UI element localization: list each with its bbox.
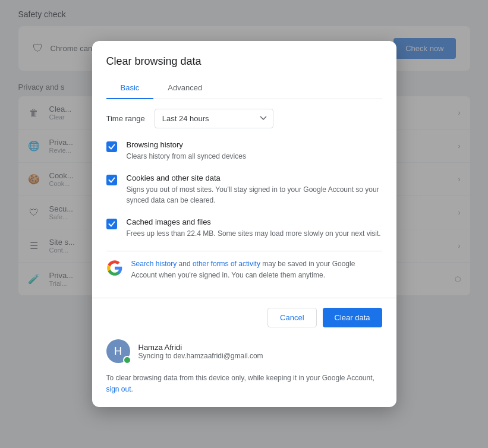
user-email: Syncing to dev.hamzaafridi@gmail.com xyxy=(138,352,263,360)
dialog-footer: Cancel Clear data H Hamza Afridi Syncing… xyxy=(92,298,396,407)
sign-out-prefix: To clear browsing data from this device … xyxy=(106,374,374,382)
dialog-buttons: Cancel Clear data xyxy=(106,298,382,339)
google-notice: Search history and other forms of activi… xyxy=(106,251,382,288)
dialog-body: Time range Last hour Last 24 hours Last … xyxy=(92,99,396,298)
cached-images-desc: Frees up less than 22.4 MB. Some sites m… xyxy=(127,228,381,239)
cookies-item: Cookies and other site data Signs you ou… xyxy=(106,173,382,206)
avatar-letter: H xyxy=(114,345,122,358)
avatar-sync-badge xyxy=(123,356,131,364)
dialog-tabs: Basic Advanced xyxy=(106,77,382,99)
browsing-history-checkbox[interactable] xyxy=(106,141,117,152)
cookies-checkbox[interactable] xyxy=(106,175,117,185)
clear-data-button[interactable]: Clear data xyxy=(323,308,382,327)
browsing-history-desc: Clears history from all synced devices xyxy=(127,151,246,162)
modal-overlay: Clear browsing data Basic Advanced Time … xyxy=(0,0,488,448)
dialog-title: Clear browsing data xyxy=(106,55,382,68)
other-activity-link[interactable]: other forms of activity xyxy=(193,260,260,268)
sign-out-link[interactable]: sign out xyxy=(106,385,131,393)
sign-out-notice: To clear browsing data from this device … xyxy=(106,373,382,395)
cached-images-label: Cached images and files xyxy=(127,217,381,226)
sign-out-suffix: . xyxy=(131,385,133,393)
tab-basic[interactable]: Basic xyxy=(106,77,154,99)
clear-browsing-data-dialog: Clear browsing data Basic Advanced Time … xyxy=(92,41,396,408)
avatar: H xyxy=(106,339,130,363)
cookies-label: Cookies and other site data xyxy=(127,173,382,182)
user-name: Hamza Afridi xyxy=(138,343,263,352)
browsing-history-item: Browsing history Clears history from all… xyxy=(106,140,382,162)
google-notice-and: and xyxy=(177,260,193,268)
user-section: H Hamza Afridi Syncing to dev.hamzaafrid… xyxy=(106,339,382,363)
google-notice-text: Search history and other forms of activi… xyxy=(131,258,382,281)
cached-images-checkbox[interactable] xyxy=(106,219,117,229)
time-range-select[interactable]: Last hour Last 24 hours Last 7 days Last… xyxy=(155,109,273,128)
dialog-header: Clear browsing data Basic Advanced xyxy=(92,41,396,99)
cached-images-item: Cached images and files Frees up less th… xyxy=(106,217,382,239)
google-logo-icon xyxy=(106,260,123,276)
cookies-desc: Signs you out of most sites. You'll stay… xyxy=(127,184,382,206)
browsing-history-label: Browsing history xyxy=(127,140,246,149)
tab-advanced[interactable]: Advanced xyxy=(153,77,216,99)
search-history-link[interactable]: Search history xyxy=(131,260,177,268)
time-range-row: Time range Last hour Last 24 hours Last … xyxy=(106,109,382,128)
cancel-button[interactable]: Cancel xyxy=(267,308,316,327)
time-range-label: Time range xyxy=(106,114,145,123)
